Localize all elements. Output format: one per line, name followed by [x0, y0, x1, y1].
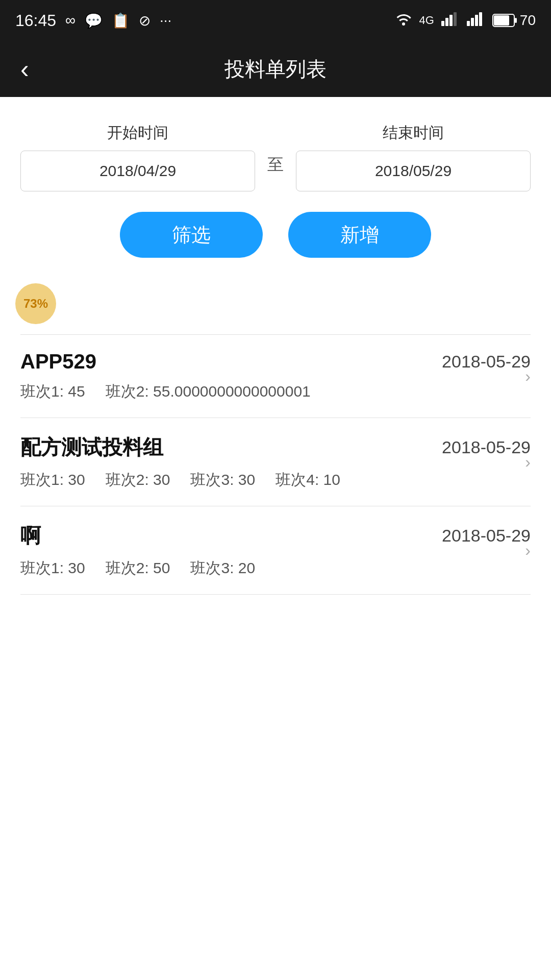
- list-item[interactable]: 配方测试投料组2018-05-29›班次1: 30班次2: 30班次3: 30班…: [20, 418, 531, 506]
- start-date-label: 开始时间: [107, 122, 168, 143]
- list-container: APP5292018-05-29›班次1: 45班次2: 55.00000000…: [20, 335, 531, 595]
- status-bar: 16:45 ∞ 💬 📋 ⊘ ··· 4G: [0, 0, 551, 41]
- list-item-name: 啊: [20, 522, 41, 550]
- svg-rect-5: [471, 18, 474, 26]
- list-item-name: APP529: [20, 350, 96, 373]
- page-title: 投料单列表: [224, 55, 327, 83]
- chevron-right-icon: ›: [525, 541, 531, 560]
- status-time: 16:45: [15, 11, 56, 30]
- signal-4g-icon: 4G: [419, 14, 434, 27]
- more-icon: ···: [160, 12, 171, 29]
- detail-item: 班次3: 20: [190, 558, 255, 579]
- list-item-date: 2018-05-29: [442, 437, 531, 457]
- svg-rect-6: [475, 15, 478, 26]
- list-item[interactable]: APP5292018-05-29›班次1: 45班次2: 55.00000000…: [20, 335, 531, 418]
- list-item[interactable]: 啊2018-05-29›班次1: 30班次2: 50班次3: 20: [20, 506, 531, 595]
- detail-item: 班次3: 30: [190, 470, 255, 491]
- list-item-detail: 班次1: 30班次2: 50班次3: 20: [20, 558, 531, 579]
- list-item-detail: 班次1: 45班次2: 55.0000000000000001: [20, 381, 531, 402]
- svg-rect-9: [515, 18, 517, 23]
- main-content: 开始时间 至 结束时间 筛选 新增 73% APP5292018-05-29›班…: [0, 97, 551, 980]
- detail-item: 班次1: 30: [20, 470, 85, 491]
- back-button[interactable]: ‹: [15, 49, 34, 89]
- filter-button[interactable]: 筛选: [120, 212, 263, 258]
- date-separator: 至: [267, 154, 284, 176]
- detail-item: 班次2: 30: [106, 470, 170, 491]
- camera-icon: ⊘: [139, 12, 151, 29]
- end-date-label: 结束时间: [383, 122, 444, 143]
- list-item-date: 2018-05-29: [442, 352, 531, 372]
- date-filter-section: 开始时间 至 结束时间: [20, 122, 531, 191]
- detail-item: 班次2: 55.0000000000000001: [106, 381, 311, 402]
- chevron-right-icon: ›: [525, 367, 531, 386]
- list-item-header: 配方测试投料组2018-05-29: [20, 433, 531, 461]
- list-item-date: 2018-05-29: [442, 526, 531, 546]
- list-item-name: 配方测试投料组: [20, 433, 163, 461]
- wifi-icon: [395, 12, 412, 29]
- svg-rect-3: [454, 12, 457, 26]
- status-right: 4G 70: [395, 12, 536, 30]
- detail-item: 班次4: 10: [276, 470, 340, 491]
- status-left: 16:45 ∞ 💬 📋 ⊘ ···: [15, 11, 171, 30]
- end-date-group: 结束时间: [296, 122, 531, 191]
- add-button[interactable]: 新增: [288, 212, 431, 258]
- chat-icon: 💬: [85, 12, 103, 29]
- list-item-header: 啊2018-05-29: [20, 522, 531, 550]
- loop-icon: ∞: [65, 12, 76, 29]
- battery-icon: 70: [492, 12, 536, 29]
- list-item-header: APP5292018-05-29: [20, 350, 531, 373]
- detail-item: 班次1: 45: [20, 381, 85, 402]
- battery-level: 70: [520, 12, 536, 29]
- svg-rect-2: [449, 15, 453, 26]
- nav-bar: ‹ 投料单列表: [0, 41, 551, 97]
- progress-badge: 73%: [15, 283, 56, 324]
- signal-icon: [441, 12, 460, 30]
- end-date-input[interactable]: [296, 151, 531, 191]
- detail-item: 班次2: 50: [106, 558, 170, 579]
- signal2-icon: [467, 12, 485, 30]
- start-date-input[interactable]: [20, 151, 255, 191]
- svg-rect-7: [479, 12, 482, 26]
- memo-icon: 📋: [112, 12, 130, 29]
- svg-rect-1: [445, 18, 448, 26]
- button-row: 筛选 新增: [20, 212, 531, 258]
- start-date-group: 开始时间: [20, 122, 255, 191]
- svg-rect-10: [494, 15, 509, 26]
- detail-item: 班次1: 30: [20, 558, 85, 579]
- list-item-detail: 班次1: 30班次2: 30班次3: 30班次4: 10: [20, 470, 531, 491]
- svg-rect-4: [467, 21, 470, 26]
- chevron-right-icon: ›: [525, 453, 531, 472]
- svg-rect-0: [441, 21, 444, 26]
